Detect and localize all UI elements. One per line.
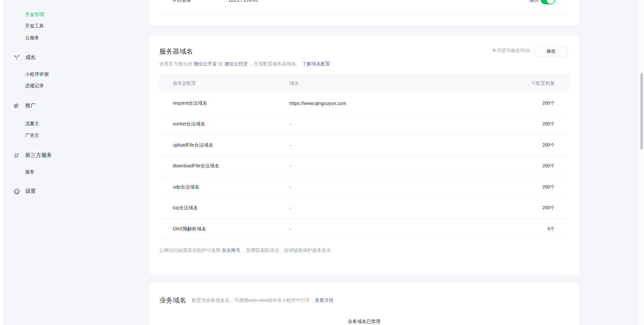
- sidebar-item-traffic-owner[interactable]: 流量主: [25, 120, 39, 127]
- sidebar-item-advertiser[interactable]: 广告主: [25, 132, 39, 139]
- scrollbar-track[interactable]: [639, 0, 644, 325]
- security-note: 公网访问如需安全防护可使用 安全网关 ，防爬防刷防攻击，自研链路保护服务安全。: [159, 248, 336, 254]
- business-domain-title: 业务域名: [159, 296, 186, 305]
- ip-whitelist-value: 120.27.214.61: [228, 0, 258, 3]
- cell-config: udp合法域名: [173, 184, 289, 190]
- ip-whitelist-edit-link[interactable]: 编辑: [529, 0, 539, 3]
- server-domain-title: 服务器域名: [159, 47, 193, 56]
- third-party-icon: [13, 151, 21, 159]
- desc-text: 或: [217, 61, 224, 66]
- cell-count: 200个: [511, 142, 555, 148]
- sidebar-section-third-party[interactable]: 第三方服务: [13, 151, 52, 159]
- sidebar-item-violation-record[interactable]: 违规记录: [25, 82, 44, 89]
- view-detail-link[interactable]: 查看详情: [315, 297, 333, 303]
- server-domain-description: 使用官方推出的 微信云开发 或 微信云托管 ，无需配置服务器域名。 了解域名配置: [159, 61, 330, 67]
- sidebar-section-label: 设置: [25, 188, 36, 195]
- header-server-config: 服务器配置: [173, 80, 289, 87]
- monthly-quota-text: 本月还可修改50次: [492, 48, 530, 54]
- learn-domain-config-link[interactable]: 了解域名配置: [302, 61, 330, 66]
- sidebar-section-growth[interactable]: 成长: [13, 53, 36, 61]
- security-gateway-link[interactable]: 安全网关: [222, 248, 240, 253]
- sidebar-divider: [25, 180, 64, 180]
- cell-count: 200个: [511, 163, 555, 169]
- header-config-count: 可配置数量: [511, 80, 555, 87]
- cell-config: tcp合法域名: [173, 205, 289, 211]
- sidebar-border: [86, 0, 86, 216]
- table-row: tcp合法域名 - 200个: [159, 198, 569, 219]
- ip-whitelist-card: IP白名单 120.27.214.61 编辑: [150, 0, 579, 26]
- sidebar-item-mini-eval[interactable]: 小程序评测: [25, 71, 49, 77]
- cell-domain: -: [289, 184, 511, 190]
- cell-count: 200个: [511, 121, 555, 127]
- sidebar-section-label: 第三方服务: [25, 152, 52, 159]
- scrollbar-thumb[interactable]: [640, 73, 643, 150]
- table-row: request合法域名 https://www.qingsuyun.com 20…: [159, 93, 569, 114]
- gear-icon: [13, 187, 21, 195]
- table-row: udp合法域名 - 200个: [159, 177, 569, 198]
- sidebar-item-dev-tools[interactable]: 开发工具: [25, 22, 44, 29]
- table-row: downloadFile合法域名 - 200个: [159, 156, 569, 177]
- cell-config: DNS预解析域名: [173, 226, 289, 232]
- business-domain-status: 业务域名已禁用: [150, 319, 579, 325]
- modify-button[interactable]: 修改: [534, 46, 568, 56]
- card-divider: [159, 15, 569, 16]
- cell-count: 200个: [511, 184, 555, 190]
- sidebar-section-label: 成长: [25, 54, 36, 61]
- cell-config: request合法域名: [173, 100, 289, 106]
- sidebar-divider: [25, 144, 64, 144]
- desc-text: 配置为业务域名后，可调用web-view组件在小程序中打开，: [192, 297, 315, 303]
- cell-config: downloadFile合法域名: [173, 163, 289, 169]
- cell-domain: -: [289, 121, 511, 127]
- sidebar-item-cloud-service[interactable]: 云服务: [25, 34, 39, 41]
- business-domain-header: 业务域名 配置为业务域名后，可调用web-view组件在小程序中打开，查看详情: [159, 296, 333, 305]
- megaphone-icon: [13, 102, 21, 110]
- sidebar-section-label: 推广: [25, 102, 36, 109]
- cell-count: 200个: [511, 205, 555, 211]
- server-domain-card: 服务器域名 使用官方推出的 微信云开发 或 微信云托管 ，无需配置服务器域名。 …: [150, 36, 579, 275]
- sidebar-item-service[interactable]: 服务: [25, 168, 35, 175]
- sidebar-section-settings[interactable]: 设置: [13, 187, 36, 195]
- sidebar-divider: [25, 46, 64, 46]
- header-domain: 域名: [289, 80, 511, 87]
- desc-text: 使用官方推出的: [159, 61, 194, 66]
- note-text: ，防爬防刷防攻击，自研链路保护服务安全。: [240, 248, 336, 253]
- cell-domain: -: [289, 205, 511, 211]
- business-domain-card: 业务域名 配置为业务域名后，可调用web-view组件在小程序中打开，查看详情 …: [150, 283, 579, 325]
- ip-whitelist-label: IP白名单: [173, 0, 191, 3]
- server-domain-table: 服务器配置 域名 可配置数量 request合法域名 https://www.q…: [159, 74, 569, 240]
- sprout-icon: [13, 53, 21, 61]
- cell-domain: -: [289, 163, 511, 169]
- cell-config: socket合法域名: [173, 121, 289, 127]
- cell-domain: https://www.qingsuyun.com: [289, 101, 511, 106]
- cloud-dev-link[interactable]: 微信云开发: [194, 61, 217, 66]
- cloud-host-link[interactable]: 微信云托管: [224, 61, 248, 66]
- business-domain-description: 配置为业务域名后，可调用web-view组件在小程序中打开，查看详情: [192, 297, 333, 304]
- cell-domain: -: [289, 226, 511, 232]
- sidebar-section-promotion[interactable]: 推广: [13, 102, 36, 110]
- sidebar-divider: [25, 95, 64, 95]
- sidebar-item-dev-manage[interactable]: 开发管理: [25, 11, 44, 18]
- cell-config: uploadFile合法域名: [173, 142, 289, 148]
- table-header-row: 服务器配置 域名 可配置数量: [159, 74, 569, 93]
- note-text: 公网访问如需安全防护可使用: [159, 248, 222, 253]
- cell-domain: -: [289, 143, 511, 148]
- cell-count: 5个: [511, 226, 555, 232]
- desc-text: ，无需配置服务器域名。: [248, 61, 302, 66]
- ip-whitelist-toggle-on[interactable]: [541, 0, 555, 4]
- table-row: DNS预解析域名 - 5个: [159, 219, 569, 240]
- table-row: uploadFile合法域名 - 200个: [159, 135, 569, 156]
- cell-count: 200个: [511, 100, 555, 106]
- sidebar: 开发管理 开发工具 云服务 成长 小程序评测 违规记录 推广 流量主 广告主 第…: [0, 0, 86, 325]
- table-row: socket合法域名 - 200个: [159, 114, 569, 135]
